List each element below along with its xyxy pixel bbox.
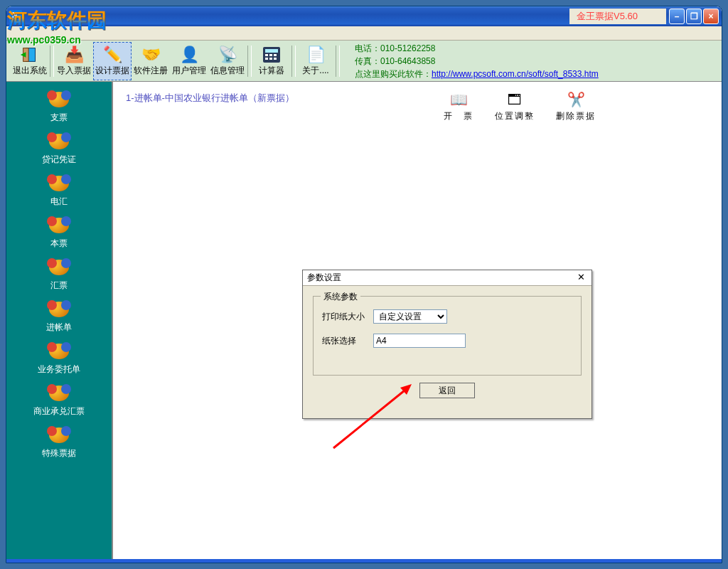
- tb-calc[interactable]: 计算器: [252, 42, 291, 80]
- buy-label: 点这里购买此软件：: [355, 69, 432, 79]
- register-icon: 🤝: [139, 45, 162, 65]
- sidebar-label: 支票: [50, 112, 68, 124]
- taskbar-stub: [6, 559, 722, 563]
- page-heading: 1-进帐单-中国农业银行进帐单（新票据）: [126, 92, 709, 105]
- action-delete[interactable]: ✂️ 删除票据: [556, 90, 596, 122]
- toolbar-info: 电话：010-51262258 传真：010-64643858 点这里购买此软件…: [355, 42, 599, 80]
- svg-rect-6: [274, 54, 277, 56]
- doc-icon: [48, 132, 70, 152]
- return-button[interactable]: 返回: [419, 383, 475, 398]
- doc-icon: [48, 342, 70, 362]
- paper-select-label: 纸张选择: [322, 335, 373, 347]
- fax-value: 010-64643858: [380, 56, 435, 66]
- sidebar-label: 特殊票据: [42, 447, 76, 459]
- svg-rect-7: [265, 58, 268, 60]
- sidebar-label: 业务委托单: [38, 363, 80, 376]
- open-icon: 📖: [446, 90, 471, 109]
- sidebar-label: 商业承兑汇票: [33, 405, 85, 418]
- sidebar-item-cheque[interactable]: 支票: [6, 87, 112, 127]
- info-icon: 📡: [216, 45, 239, 65]
- dialog-close-button[interactable]: ✕: [574, 272, 587, 284]
- toolbar: 退出系统 📥 导入票据 ✏️ 设计票据 🤝 软件注册 👤 用户管理 📡 信息管理: [6, 41, 722, 82]
- paper-size-select[interactable]: 自定义设置: [373, 309, 447, 324]
- tb-exit-label: 退出系统: [13, 65, 47, 77]
- tb-exit[interactable]: 退出系统: [11, 42, 49, 80]
- toolbar-sep: [291, 46, 296, 77]
- doc-icon: [48, 426, 70, 446]
- svg-rect-4: [265, 54, 268, 56]
- sidebar-item-credit[interactable]: 贷记凭证: [6, 129, 112, 169]
- sidebar-label: 汇票: [50, 280, 68, 292]
- svg-rect-3: [265, 49, 278, 53]
- sidebar-item-draft[interactable]: 汇票: [6, 255, 112, 294]
- doc-icon: [48, 174, 70, 194]
- design-icon: ✏️: [101, 45, 124, 65]
- action-delete-label: 删除票据: [556, 110, 596, 122]
- content-actions: 📖 开 票 🗔 位置调整 ✂️ 删除票据: [444, 90, 596, 122]
- doc-icon: [48, 384, 70, 404]
- close-button[interactable]: ×: [703, 9, 719, 24]
- settings-dialog: 参数设置 ✕ 系统参数 打印纸大小 自定义设置 纸张选择: [302, 270, 592, 419]
- phone-label: 电话：: [355, 43, 380, 53]
- paper-select-row: 纸张选择: [322, 334, 572, 348]
- tb-about[interactable]: 📄 关于....: [296, 42, 335, 80]
- body: 支票 贷记凭证 电汇 本票 汇票 进帐单 业务委托单 商业承兑汇票 特殊票据 1…: [6, 82, 722, 559]
- sidebar-item-entrust[interactable]: 业务委托单: [6, 339, 112, 378]
- tb-import[interactable]: 📥 导入票据: [55, 42, 93, 80]
- toolbar-sep: [50, 46, 54, 77]
- window-buttons: – ❐ ×: [669, 9, 719, 24]
- minimize-button[interactable]: –: [669, 9, 685, 24]
- tb-user[interactable]: 👤 用户管理: [170, 42, 208, 80]
- doc-icon: [48, 300, 70, 320]
- sidebar-item-commercial[interactable]: 商业承兑汇票: [6, 381, 112, 420]
- calc-icon: [260, 45, 283, 65]
- sidebar-item-special[interactable]: 特殊票据: [6, 423, 112, 462]
- dialog-titlebar[interactable]: 参数设置 ✕: [303, 270, 592, 286]
- sidebar-item-payin[interactable]: 进帐单: [6, 297, 112, 336]
- dialog-title: 参数设置: [307, 272, 574, 284]
- action-adjust[interactable]: 🗔 位置调整: [495, 90, 535, 122]
- titlebar: 金王票据V5.60 – ❐ ×: [6, 6, 722, 26]
- dialog-footer: 返回: [313, 376, 582, 408]
- doc-icon: [48, 258, 70, 278]
- user-icon: 👤: [178, 45, 200, 65]
- sidebar-item-wire[interactable]: 电汇: [6, 171, 112, 211]
- delete-icon: ✂️: [564, 90, 588, 109]
- action-open[interactable]: 📖 开 票: [444, 90, 473, 122]
- tb-info[interactable]: 📡 信息管理: [208, 42, 247, 80]
- tb-design[interactable]: ✏️ 设计票据: [93, 42, 132, 80]
- toolbar-sep: [247, 46, 252, 77]
- system-params-fieldset: 系统参数 打印纸大小 自定义设置 纸张选择: [313, 296, 582, 376]
- import-icon: 📥: [63, 45, 85, 65]
- doc-icon: [48, 216, 70, 236]
- sidebar-label: 电汇: [50, 196, 68, 208]
- about-icon: 📄: [304, 45, 327, 65]
- main-window: 金王票据V5.60 – ❐ × 退出系统 📥 导入票据 ✏️ 设计票据 🤝 软件…: [6, 6, 722, 563]
- svg-rect-9: [274, 58, 277, 60]
- dialog-body: 系统参数 打印纸大小 自定义设置 纸张选择 返回: [303, 286, 592, 418]
- doc-icon: [48, 90, 70, 110]
- action-open-label: 开 票: [444, 110, 473, 122]
- paper-size-row: 打印纸大小 自定义设置: [322, 309, 572, 324]
- sidebar-item-cashier[interactable]: 本票: [6, 213, 112, 252]
- brand-label: 金王票据V5.60: [569, 9, 666, 24]
- fax-label: 传真：: [355, 56, 380, 66]
- tb-import-label: 导入票据: [57, 65, 91, 77]
- svg-rect-5: [269, 54, 272, 56]
- paper-select-input[interactable]: [373, 334, 466, 348]
- tb-register[interactable]: 🤝 软件注册: [132, 42, 170, 80]
- buy-link[interactable]: http://www.pcsoft.com.cn/soft/soft_8533.…: [432, 69, 599, 79]
- tb-about-label: 关于....: [302, 65, 328, 77]
- exit-icon: [18, 45, 41, 65]
- app-icon: [9, 10, 22, 23]
- sidebar-label: 本票: [50, 238, 68, 250]
- tb-user-label: 用户管理: [172, 65, 206, 77]
- phone-value: 010-51262258: [380, 43, 435, 53]
- tb-design-label: 设计票据: [95, 65, 129, 77]
- adjust-icon: 🗔: [503, 90, 527, 109]
- menubar: [6, 26, 722, 41]
- svg-rect-8: [269, 58, 272, 60]
- toolbar-sep: [336, 46, 340, 77]
- maximize-button[interactable]: ❐: [686, 9, 702, 24]
- sidebar: 支票 贷记凭证 电汇 本票 汇票 进帐单 业务委托单 商业承兑汇票 特殊票据: [6, 82, 113, 559]
